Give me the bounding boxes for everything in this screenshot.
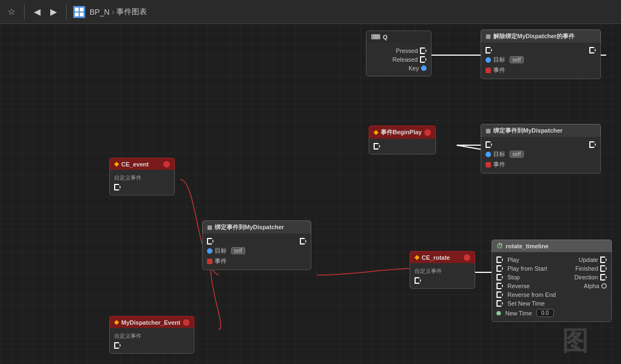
timeline-playfromstart-label: Play from Start xyxy=(507,265,547,272)
timeline-newtime-row: New Time xyxy=(492,308,611,318)
key-label: Key xyxy=(409,65,419,71)
bind-right-exec-in[interactable] xyxy=(486,141,492,148)
timeline-reverse-label: Reverse xyxy=(507,283,530,289)
timeline-reversefromend-row: Reverse from End xyxy=(492,290,611,299)
timeline-reverse-row: Reverse Alpha xyxy=(492,282,611,290)
node-ce-event-header: ◆ CE_event xyxy=(109,158,175,170)
unbind-exec-in[interactable] xyxy=(486,47,492,53)
dispatcher-subtitle-row: 自定义事件 xyxy=(110,331,194,341)
forward-icon[interactable]: ▶ xyxy=(48,6,60,18)
key-pin[interactable] xyxy=(421,65,427,71)
bind-right-target-label: 目标 xyxy=(493,150,505,158)
node-timeline-header: ⏱ rotate_timeline xyxy=(492,240,612,252)
timeline-setnewtime-row: Set New Time xyxy=(492,299,611,308)
breadcrumb-page: 事件图表 xyxy=(116,7,147,17)
timeline-setnewtime-in[interactable] xyxy=(496,300,503,307)
node-beginplay-header: ◆ 事件BeginPlay xyxy=(369,126,436,139)
star-icon[interactable]: ☆ xyxy=(5,6,17,18)
node-ce-rotate-header: ◆ CE_rotate xyxy=(410,251,475,263)
pressed-exec-pin[interactable] xyxy=(420,47,427,54)
timeline-play-in[interactable] xyxy=(496,256,503,263)
timeline-reversefromend-label: Reverse from End xyxy=(507,291,556,298)
bind-center-target-label: 目标 xyxy=(215,247,227,255)
back-icon[interactable]: ◀ xyxy=(31,6,43,18)
timeline-newtime-pin[interactable] xyxy=(496,311,501,315)
dispatcher-exec-out[interactable] xyxy=(114,342,121,349)
unbind-target-pin[interactable] xyxy=(486,57,491,63)
bind-center-exec-row xyxy=(203,237,311,246)
pin-row-pressed: Pressed xyxy=(366,46,431,55)
node-dispatcher-event-header: ◆ MyDispatcher_Event xyxy=(109,316,194,328)
beginplay-close[interactable] xyxy=(424,129,431,136)
beginplay-exec-row xyxy=(369,142,435,151)
breadcrumb: BP_N › 事件图表 xyxy=(90,7,147,17)
node-bind-right: ▦ 绑定事件到MyDispatcher 目标 self 事件 xyxy=(481,124,601,174)
bind-center-event-label: 事件 xyxy=(215,257,227,265)
dispatcher-subtitle: 自定义事件 xyxy=(114,332,141,340)
bind-right-target-pin[interactable] xyxy=(486,152,491,157)
bind-center-self-badge: self xyxy=(231,247,245,254)
unbind-exec-row xyxy=(481,46,600,55)
breadcrumb-sep: › xyxy=(112,8,115,16)
unbind-event-row: 事件 xyxy=(481,65,600,75)
timeline-direction-out[interactable] xyxy=(600,274,607,281)
node-beginplay: ◆ 事件BeginPlay xyxy=(369,126,436,154)
bind-right-exec-out[interactable] xyxy=(589,141,596,148)
toolbar-separator xyxy=(24,4,25,20)
node-bind-right-title: 绑定事件到MyDispatcher xyxy=(493,127,563,135)
timeline-finished-out[interactable] xyxy=(600,265,607,272)
bind-center-exec-in[interactable] xyxy=(207,238,214,244)
timeline-reversefromend-in[interactable] xyxy=(496,291,503,298)
node-ce-rotate: ◆ CE_rotate 自定义事件 xyxy=(410,251,475,289)
bind-center-event-pin[interactable] xyxy=(207,259,212,264)
timeline-newtime-input[interactable] xyxy=(536,309,554,317)
node-bind-right-body: 目标 self 事件 xyxy=(481,137,601,174)
timeline-play-row: Play Update xyxy=(492,255,611,264)
node-bind-center-title: 绑定事件到MyDispatcher xyxy=(215,223,284,231)
timeline-playfromstart-in[interactable] xyxy=(496,265,503,272)
pressed-label: Pressed xyxy=(396,47,418,54)
node-timeline-body: Play Update Play from Start Finished Sto… xyxy=(492,252,612,322)
released-exec-pin[interactable] xyxy=(420,56,427,63)
timeline-finished-label: Finished xyxy=(575,265,598,272)
unbind-event-pin[interactable] xyxy=(486,68,491,73)
unbind-exec-out[interactable] xyxy=(589,47,596,53)
ce-rotate-exec-row xyxy=(410,276,475,285)
bind-center-exec-out[interactable] xyxy=(300,238,306,244)
node-bind-center: ▦ 绑定事件到MyDispatcher 目标 self 事件 xyxy=(202,220,311,270)
node-ce-event-body: 自定义事件 xyxy=(109,170,175,195)
node-beginplay-title: 事件BeginPlay xyxy=(381,128,422,136)
timeline-reverse-in[interactable] xyxy=(496,283,503,289)
timeline-stop-label: Stop xyxy=(507,274,520,281)
breadcrumb-bp[interactable]: BP_N xyxy=(90,8,110,16)
unbind-event-label: 事件 xyxy=(493,66,505,74)
bind-right-target-row: 目标 self xyxy=(481,149,600,159)
beginplay-exec-out[interactable] xyxy=(374,143,380,150)
bind-right-event-pin[interactable] xyxy=(486,162,491,168)
node-timeline: ⏱ rotate_timeline Play Update Play from … xyxy=(492,240,612,322)
node-unbind: ▦ 解除绑定MyDispatcher的事件 目标 self 事件 xyxy=(481,29,601,79)
timeline-stop-row: Stop Direction xyxy=(492,273,611,282)
pin-row-released: Released xyxy=(366,55,431,64)
ce-rotate-close[interactable] xyxy=(464,254,470,261)
timeline-update-out[interactable] xyxy=(600,256,607,263)
ce-event-subtitle-row: 自定义事件 xyxy=(110,173,174,183)
ce-rotate-exec-out[interactable] xyxy=(415,277,421,284)
bind-center-target-pin[interactable] xyxy=(207,248,212,254)
ce-rotate-subtitle-row: 自定义事件 xyxy=(410,266,475,276)
node-unbind-header: ▦ 解除绑定MyDispatcher的事件 xyxy=(481,29,601,43)
ce-event-exec-out[interactable] xyxy=(114,184,121,190)
ce-event-close[interactable] xyxy=(163,161,170,168)
dispatcher-event-close[interactable] xyxy=(183,319,190,326)
timeline-alpha-out[interactable] xyxy=(601,283,607,289)
released-label: Released xyxy=(393,56,418,63)
timeline-stop-in[interactable] xyxy=(496,274,503,281)
unbind-target-row: 目标 self xyxy=(481,55,600,65)
node-unbind-body: 目标 self 事件 xyxy=(481,43,601,79)
node-q-title: Q xyxy=(383,34,388,40)
node-bind-center-body: 目标 self 事件 xyxy=(202,234,311,270)
bind-center-event-row: 事件 xyxy=(203,256,311,266)
bind-right-exec-row xyxy=(481,140,600,149)
blueprint-canvas[interactable]: ⌨ Q Pressed Released Key ▦ 解除绑定MyDispa xyxy=(0,24,621,364)
node-dispatcher-event: ◆ MyDispatcher_Event 自定义事件 xyxy=(109,316,194,354)
